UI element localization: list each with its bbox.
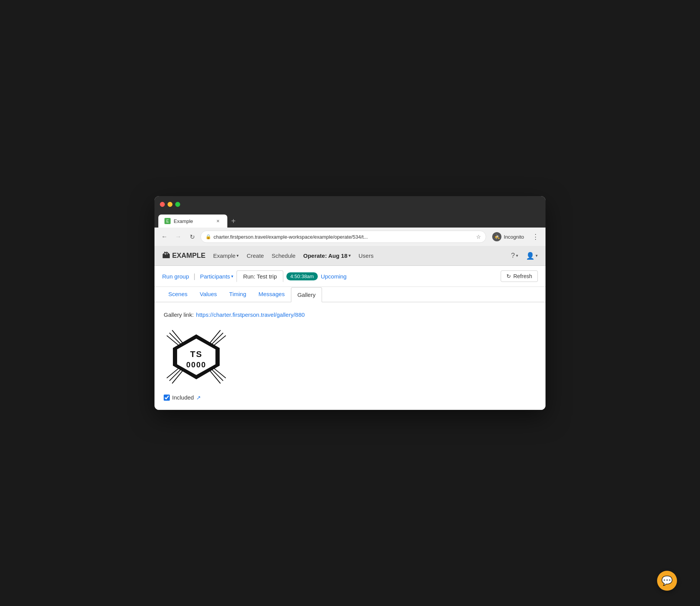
- nav-users-label: Users: [358, 252, 373, 259]
- url-text: charter.firstperson.travel/example-works…: [214, 234, 474, 240]
- time-badge: 4:50:38am: [286, 272, 317, 280]
- bookmark-icon[interactable]: ☆: [476, 234, 481, 240]
- user-dropdown-icon: ▾: [536, 253, 538, 258]
- participants-dropdown[interactable]: Participants ▾: [200, 273, 233, 280]
- tab-values[interactable]: Values: [194, 287, 223, 302]
- gallery-trip-logo: TS 0000: [164, 327, 229, 387]
- included-checkbox[interactable]: [164, 395, 170, 401]
- gallery-link[interactable]: https://charter.firstperson.travel/galle…: [196, 311, 304, 318]
- window-title-bar: [154, 196, 546, 212]
- action-bar: Run group | Participants ▾ Run: Test tri…: [154, 266, 546, 287]
- run-tab-label: Run: Test trip: [243, 273, 277, 280]
- included-row: Included ↗: [164, 394, 536, 401]
- refresh-label: Refresh: [513, 273, 532, 279]
- nav-create-label: Create: [246, 252, 264, 259]
- main-content: Run group | Participants ▾ Run: Test tri…: [154, 266, 546, 410]
- participants-label: Participants: [200, 273, 230, 280]
- incognito-button[interactable]: 🕵 Incognito: [489, 231, 527, 243]
- more-options-button[interactable]: ⋮: [530, 231, 541, 242]
- refresh-icon: ↻: [506, 273, 511, 279]
- chat-bubble-button[interactable]: 💬: [657, 571, 677, 591]
- svg-text:TS: TS: [190, 349, 202, 359]
- back-button[interactable]: ←: [159, 231, 170, 242]
- chat-icon: 💬: [661, 575, 673, 586]
- app-logo-text: EXAMPLE: [172, 252, 205, 260]
- logo-icon: 🏔: [162, 251, 170, 260]
- run-tab: Run: Test trip: [237, 270, 283, 282]
- window-controls: [160, 202, 180, 207]
- external-link-icon[interactable]: ↗: [196, 395, 201, 401]
- forward-button[interactable]: →: [173, 231, 184, 242]
- gallery-link-row: Gallery link: https://charter.firstperso…: [164, 311, 536, 318]
- gallery-image-wrapper: TS 0000: [164, 327, 536, 388]
- page-body: Gallery link: https://charter.firstperso…: [154, 302, 546, 410]
- user-menu-button[interactable]: 👤 ▾: [526, 252, 538, 260]
- separator-1: |: [194, 272, 196, 280]
- upcoming-label: Upcoming: [321, 273, 347, 280]
- nav-example[interactable]: Example ▾: [213, 252, 239, 259]
- nav-operate[interactable]: Operate: Aug 18 ▾: [303, 252, 351, 259]
- tab-timing[interactable]: Timing: [223, 287, 252, 302]
- tab-bar: E Example ✕ +: [154, 212, 546, 228]
- nav-operate-dropdown-icon: ▾: [348, 253, 351, 258]
- lock-icon: 🔒: [205, 234, 211, 239]
- incognito-label: Incognito: [504, 234, 524, 240]
- nav-example-label: Example: [213, 252, 235, 259]
- tab-gallery[interactable]: Gallery: [291, 287, 322, 302]
- address-bar-row: ← → ↻ 🔒 charter.firstperson.travel/examp…: [154, 228, 546, 246]
- gallery-link-label: Gallery link:: [164, 311, 194, 318]
- help-button[interactable]: ? ▾: [511, 252, 518, 260]
- sub-tabs: Scenes Values Timing Messages Gallery: [154, 287, 546, 302]
- reload-button[interactable]: ↻: [187, 231, 197, 242]
- run-group-link[interactable]: Run group: [162, 273, 189, 280]
- minimize-window-button[interactable]: [168, 202, 173, 207]
- help-dropdown-icon: ▾: [516, 253, 518, 258]
- nav-example-dropdown-icon: ▾: [237, 253, 239, 258]
- participants-dropdown-icon: ▾: [231, 274, 233, 279]
- address-bar[interactable]: 🔒 charter.firstperson.travel/example-wor…: [200, 231, 486, 243]
- tab-favicon: E: [164, 218, 171, 224]
- new-tab-button[interactable]: +: [227, 215, 240, 228]
- maximize-window-button[interactable]: [175, 202, 180, 207]
- browser-window: E Example ✕ + ← → ↻ 🔒 charter.firstperso…: [154, 196, 546, 410]
- help-icon: ?: [511, 252, 515, 260]
- nav-users[interactable]: Users: [358, 252, 373, 259]
- refresh-button[interactable]: ↻ Refresh: [501, 270, 538, 282]
- tab-messages[interactable]: Messages: [252, 287, 291, 302]
- browser-tab-active[interactable]: E Example ✕: [158, 215, 227, 228]
- tab-scenes[interactable]: Scenes: [162, 287, 194, 302]
- included-label: Included: [172, 394, 194, 401]
- app-header: 🏔 EXAMPLE Example ▾ Create Schedule Oper…: [154, 246, 546, 266]
- nav-create[interactable]: Create: [246, 252, 264, 259]
- incognito-icon: 🕵: [492, 232, 501, 241]
- svg-text:0000: 0000: [186, 360, 207, 369]
- nav-schedule-label: Schedule: [271, 252, 296, 259]
- close-window-button[interactable]: [160, 202, 165, 207]
- tab-title: Example: [174, 218, 193, 224]
- tab-close-button[interactable]: ✕: [214, 218, 221, 224]
- nav-operate-label: Operate: Aug 18: [303, 252, 347, 259]
- app-logo: 🏔 EXAMPLE: [162, 251, 205, 260]
- browser-chrome: E Example ✕ + ← → ↻ 🔒 charter.firstperso…: [154, 212, 546, 246]
- nav-schedule[interactable]: Schedule: [271, 252, 296, 259]
- user-icon: 👤: [526, 252, 534, 260]
